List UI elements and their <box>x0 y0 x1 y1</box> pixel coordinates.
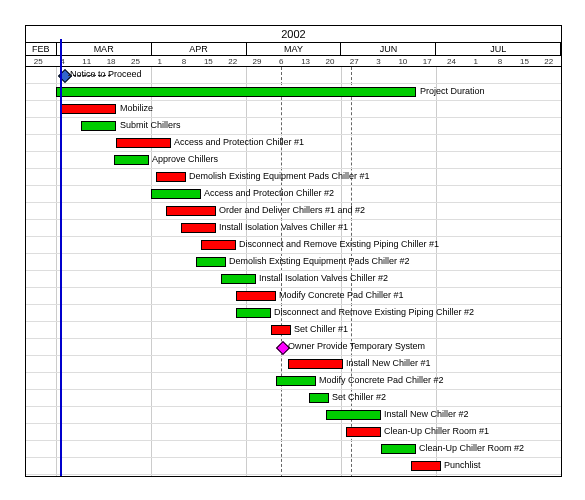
task-bar[interactable] <box>236 291 276 301</box>
milestone-label: Notice to Proceed <box>70 69 142 79</box>
gantt-row: Project Substantial Completion <box>26 475 561 477</box>
month-cell: MAY <box>247 43 342 55</box>
today-line <box>60 39 62 477</box>
gantt-row: Install New Chiller #1 <box>26 356 561 373</box>
gantt-row: Clean-Up Chiller Room #1 <box>26 424 561 441</box>
task-bar[interactable] <box>181 223 216 233</box>
year-label: 2002 <box>26 26 561 43</box>
month-row: FEBMARAPRMAYJUNJUL <box>26 43 561 56</box>
task-bar[interactable] <box>61 104 116 114</box>
gantt-row: Install Isolation Valves Chiller #2 <box>26 271 561 288</box>
gantt-row: Owner Provide Temporary System <box>26 339 561 356</box>
gantt-row: Project Duration <box>26 84 561 101</box>
task-label: Demolish Existing Equipment Pads Chiller… <box>189 171 370 181</box>
gantt-row: Disconnect and Remove Existing Piping Ch… <box>26 237 561 254</box>
task-label: Install New Chiller #1 <box>346 358 431 368</box>
gantt-row: Punchlist <box>26 458 561 475</box>
gantt-chart-frame: 2002 FEBMARAPRMAYJUNJUL 2541118251815222… <box>0 0 585 500</box>
gantt-row: Disconnect and Remove Existing Piping Ch… <box>26 305 561 322</box>
task-bar[interactable] <box>346 427 381 437</box>
gantt-row: Install New Chiller #2 <box>26 407 561 424</box>
task-bar[interactable] <box>411 461 441 471</box>
task-bar[interactable] <box>81 121 116 131</box>
timeline-header: 2002 FEBMARAPRMAYJUNJUL 2541118251815222… <box>26 26 561 67</box>
task-bar[interactable] <box>116 138 171 148</box>
gantt-row: Notice to Proceed <box>26 67 561 84</box>
gantt-row: Mobilize <box>26 101 561 118</box>
month-cell: APR <box>152 43 247 55</box>
task-label: Clean-Up Chiller Room #1 <box>384 426 489 436</box>
gantt-row: Submit Chillers <box>26 118 561 135</box>
task-label: Demolish Existing Equipment Pads Chiller… <box>229 256 410 266</box>
task-label: Install Isolation Valves Chiller #1 <box>219 222 348 232</box>
task-label: Set Chiller #2 <box>332 392 386 402</box>
task-label: Clean-Up Chiller Room #2 <box>419 443 524 453</box>
gantt-row: Demolish Existing Equipment Pads Chiller… <box>26 254 561 271</box>
task-label: Mobilize <box>120 103 153 113</box>
gantt-chart: 2002 FEBMARAPRMAYJUNJUL 2541118251815222… <box>25 25 562 477</box>
task-bar[interactable] <box>151 189 201 199</box>
task-label: Disconnect and Remove Existing Piping Ch… <box>239 239 439 249</box>
task-label: Set Chiller #1 <box>294 324 348 334</box>
task-label: Project Duration <box>420 86 485 96</box>
task-bar[interactable] <box>381 444 416 454</box>
gantt-row: Set Chiller #2 <box>26 390 561 407</box>
milestone-label: Owner Provide Temporary System <box>288 341 425 351</box>
gantt-row: Modify Concrete Pad Chiller #2 <box>26 373 561 390</box>
task-label: Modify Concrete Pad Chiller #2 <box>319 375 444 385</box>
task-bar[interactable] <box>196 257 226 267</box>
grid-line <box>561 67 562 477</box>
task-label: Install New Chiller #2 <box>384 409 469 419</box>
task-bar[interactable] <box>288 359 343 369</box>
task-label: Modify Concrete Pad Chiller #1 <box>279 290 404 300</box>
task-bar[interactable] <box>166 206 216 216</box>
month-cell: MAR <box>57 43 152 55</box>
gantt-row: Demolish Existing Equipment Pads Chiller… <box>26 169 561 186</box>
month-cell: FEB <box>26 43 57 55</box>
task-bar[interactable] <box>271 325 291 335</box>
task-label: Disconnect and Remove Existing Piping Ch… <box>274 307 474 317</box>
task-bar[interactable] <box>309 393 329 403</box>
gantt-body: Notice to ProceedProject DurationMobiliz… <box>26 67 561 477</box>
task-bar[interactable] <box>236 308 271 318</box>
task-label: Punchlist <box>444 460 481 470</box>
gantt-row: Modify Concrete Pad Chiller #1 <box>26 288 561 305</box>
task-label: Order and Deliver Chillers #1 and #2 <box>219 205 365 215</box>
month-cell: JUL <box>436 43 561 55</box>
task-bar[interactable] <box>156 172 186 182</box>
task-label: Approve Chillers <box>152 154 218 164</box>
task-label: Access and Protection Chiller #1 <box>174 137 304 147</box>
gantt-row: Approve Chillers <box>26 152 561 169</box>
task-bar[interactable] <box>201 240 236 250</box>
task-label: Install Isolation Valves Chiller #2 <box>259 273 388 283</box>
task-label: Access and Protection Chiller #2 <box>204 188 334 198</box>
month-cell: JUN <box>341 43 436 55</box>
gantt-row: Set Chiller #1 <box>26 322 561 339</box>
task-bar[interactable] <box>56 87 416 97</box>
gantt-row: Order and Deliver Chillers #1 and #2 <box>26 203 561 220</box>
task-bar[interactable] <box>276 376 316 386</box>
task-bar[interactable] <box>221 274 256 284</box>
gantt-row: Clean-Up Chiller Room #2 <box>26 441 561 458</box>
task-bar[interactable] <box>326 410 381 420</box>
task-label: Submit Chillers <box>120 120 181 130</box>
gantt-row: Access and Protection Chiller #2 <box>26 186 561 203</box>
gantt-row: Access and Protection Chiller #1 <box>26 135 561 152</box>
gantt-row: Install Isolation Valves Chiller #1 <box>26 220 561 237</box>
task-bar[interactable] <box>114 155 149 165</box>
